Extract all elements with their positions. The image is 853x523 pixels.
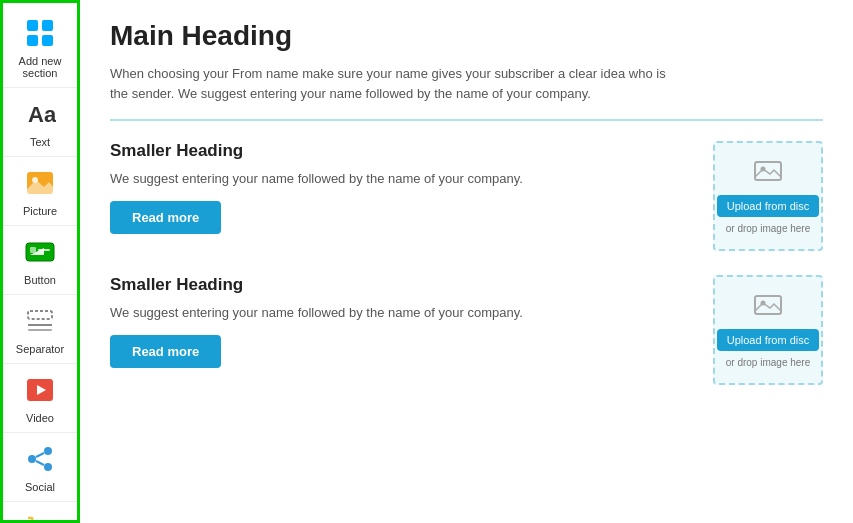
grid-icon xyxy=(22,15,58,51)
sidebar-item-separator[interactable]: Separator xyxy=(3,295,77,364)
svg-rect-2 xyxy=(27,35,38,46)
sidebar-item-add-new-section-label: Add new section xyxy=(19,55,62,79)
svg-rect-9 xyxy=(30,247,36,253)
sidebar-item-button-label: Button xyxy=(24,274,56,286)
picture-icon xyxy=(22,165,58,201)
block-2-subheading: Smaller Heading xyxy=(110,275,693,295)
upload-image-icon-1 xyxy=(754,159,782,189)
block-1-subheading: Smaller Heading xyxy=(110,141,693,161)
sidebar-item-picture[interactable]: Picture xyxy=(3,157,77,226)
svg-line-22 xyxy=(36,461,44,465)
upload-box-1: Upload from disc or drop image here xyxy=(713,141,823,251)
svg-text:Aa: Aa xyxy=(28,102,56,127)
block-1-text: Smaller Heading We suggest entering your… xyxy=(110,141,693,234)
upload-drop-label-1: or drop image here xyxy=(726,223,811,234)
svg-line-21 xyxy=(36,453,44,457)
read-more-button-1[interactable]: Read more xyxy=(110,201,221,234)
read-more-button-2[interactable]: Read more xyxy=(110,335,221,368)
sidebar-item-button[interactable]: Button xyxy=(3,226,77,295)
sidebar-item-video-label: Video xyxy=(26,412,54,424)
svg-rect-15 xyxy=(28,329,52,331)
block-2-description: We suggest entering your name followed b… xyxy=(110,303,693,323)
sidebar-item-text[interactable]: Aa Text xyxy=(3,88,77,157)
svg-point-20 xyxy=(44,463,52,471)
block-1-description: We suggest entering your name followed b… xyxy=(110,169,693,189)
sidebar-item-checkout[interactable]: Checkout xyxy=(3,502,77,523)
content-block-2: Smaller Heading We suggest entering your… xyxy=(110,275,823,385)
svg-rect-0 xyxy=(27,20,38,31)
sidebar-item-social[interactable]: Social xyxy=(3,433,77,502)
social-icon xyxy=(22,441,58,477)
checkout-icon xyxy=(22,510,58,523)
text-icon: Aa xyxy=(22,96,58,132)
svg-rect-27 xyxy=(755,296,781,314)
upload-from-disc-button-1[interactable]: Upload from disc xyxy=(717,195,820,217)
video-icon xyxy=(22,372,58,408)
sidebar-item-picture-label: Picture xyxy=(23,205,57,217)
svg-rect-25 xyxy=(755,162,781,180)
sidebar-item-separator-label: Separator xyxy=(16,343,64,355)
svg-point-19 xyxy=(28,455,36,463)
separator-icon xyxy=(22,303,58,339)
upload-drop-label-2: or drop image here xyxy=(726,357,811,368)
block-2-text: Smaller Heading We suggest entering your… xyxy=(110,275,693,368)
main-description: When choosing your From name make sure y… xyxy=(110,64,670,103)
svg-rect-13 xyxy=(28,311,52,319)
divider-line xyxy=(110,119,823,121)
sidebar: Add new section Aa Text Picture xyxy=(0,0,80,523)
sidebar-item-text-label: Text xyxy=(30,136,50,148)
upload-image-icon-2 xyxy=(754,293,782,323)
upload-from-disc-button-2[interactable]: Upload from disc xyxy=(717,329,820,351)
sidebar-item-add-new-section[interactable]: Add new section xyxy=(3,7,77,88)
content-block-1: Smaller Heading We suggest entering your… xyxy=(110,141,823,251)
svg-rect-1 xyxy=(42,20,53,31)
sidebar-item-social-label: Social xyxy=(25,481,55,493)
svg-point-18 xyxy=(44,447,52,455)
main-content: Main Heading When choosing your From nam… xyxy=(80,0,853,523)
main-heading: Main Heading xyxy=(110,20,823,52)
button-icon xyxy=(22,234,58,270)
upload-box-2: Upload from disc or drop image here xyxy=(713,275,823,385)
svg-rect-3 xyxy=(42,35,53,46)
sidebar-item-video[interactable]: Video xyxy=(3,364,77,433)
